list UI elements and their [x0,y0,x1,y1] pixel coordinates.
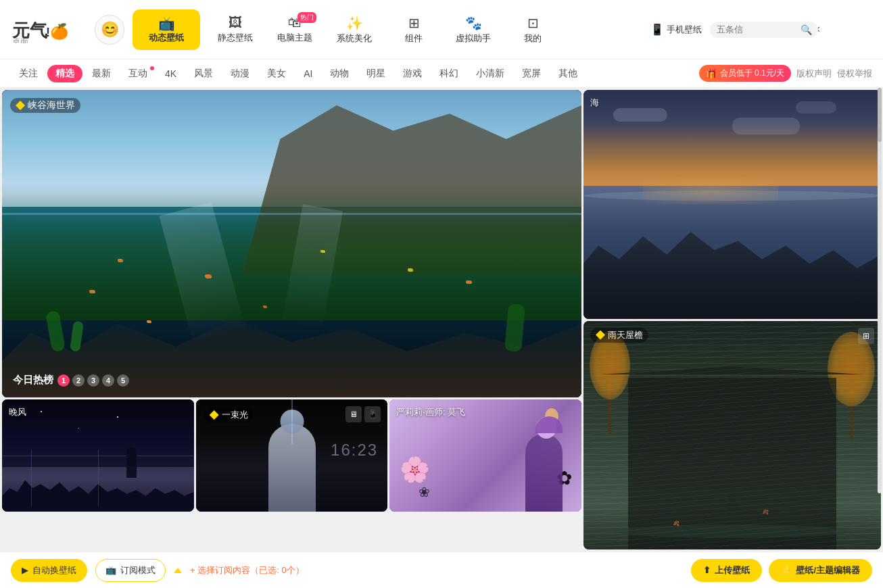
mine-icon: ⊡ [527,15,539,31]
rank-dot-1[interactable]: 1 [57,374,70,387]
subnav-follow[interactable]: 关注 [11,65,46,82]
card-label-evening: 晚风 [9,406,26,418]
svg-text:桌面: 桌面 [12,37,28,43]
play-icon: ▶ [22,565,28,575]
subscribe-mode-btn[interactable]: 📺 订阅模式 [95,559,166,582]
logo: 元气 ! 🍊 桌面 [11,16,85,43]
nav-mine[interactable]: ⊡ 我的 [506,9,560,50]
subnav-scifi[interactable]: 科幻 [431,65,467,82]
subnav-beauty[interactable]: 美女 [259,65,294,82]
phone-icon: 📱 [650,23,664,36]
copyright-link[interactable]: 版权声明 [796,68,832,80]
card-label-sea: 海 [590,97,599,109]
card-evening-wind[interactable]: 晚风 [2,399,194,512]
nav-widget[interactable]: ⊞ 组件 [387,9,441,50]
subnav-interactive[interactable]: 互动 [120,65,156,82]
select-content-label[interactable]: + 选择订阅内容（已选: 0个） [190,564,304,577]
avatar-button[interactable]: 😊 [95,15,124,45]
subnav-right: 🎁 会员低于 0.1元/天 版权声明 侵权举报 [699,65,872,82]
card-light[interactable]: 16:23 一束光 🖥 📱 [196,399,388,512]
subnav: 关注 精选 最新 互动 4K 风景 动漫 美女 AI 动物 明星 游戏 科幻 小… [0,59,883,88]
svg-text:🍊: 🍊 [50,22,69,41]
left-panel: 峡谷海世界 今日热榜 1 2 3 4 5 [2,90,581,549]
gift-icon: 🎁 [706,68,717,79]
nav-virtual-assistant[interactable]: 🐾 虚拟助手 [446,9,500,50]
vip-badge[interactable]: 🎁 会员低于 0.1元/天 [699,65,791,82]
virtual-icon: 🐾 [465,15,482,31]
nav-static-wallpaper[interactable]: 🖼 静态壁纸 [208,9,262,50]
right-panel: 海 [583,90,881,549]
dynamic-wallpaper-icon: 📺 [158,16,175,32]
diamond-icon [16,101,25,110]
main-content: 峡谷海世界 今日热榜 1 2 3 4 5 [0,88,883,552]
vip-badge-light: 一束光 [204,408,254,422]
rank-dot-3[interactable]: 3 [87,374,99,387]
bottom-bar: ▶ 自动换壁纸 📺 订阅模式 + 选择订阅内容（已选: 0个） ⬆ 上传壁纸 ⭐… [0,552,883,588]
subnav-cute[interactable]: 小清新 [468,65,512,82]
card-sea[interactable]: 海 [583,90,881,319]
scrollbar-track [878,88,882,493]
rank-dot-2[interactable]: 2 [72,374,85,387]
phone-wallpaper-btn[interactable]: 📱 手机壁纸 [650,23,702,36]
search-input[interactable] [717,24,798,34]
vip-badge-rain: 雨天屋檐 [590,328,648,343]
subnav-ai[interactable]: AI [295,66,320,82]
subscribe-icon: 📺 [105,565,116,575]
nav-pc-theme[interactable]: 热门 🛍 电脑主题 [268,9,322,50]
hot-rank: 今日热榜 1 2 3 4 5 [13,374,129,387]
editor-btn[interactable]: ⭐ 壁纸/主题编辑器 [769,559,872,582]
subnav-animals[interactable]: 动物 [322,65,357,82]
widget-icon: ⊞ [408,15,420,31]
header: 元气 ! 🍊 桌面 😊 📺 动态壁纸 🖼 静态壁纸 热门 🛍 电脑主题 ✨ 系统… [0,0,883,59]
nav-beauty[interactable]: ✨ 系统美化 [327,9,381,50]
monitor-icon: 🖥 [345,406,362,422]
card-anime-girl[interactable]: 🌸 ✿ ❀ 严莉莉·画师: 莫飞 [389,399,581,512]
hot-badge: 热门 [297,12,316,23]
subnav-games[interactable]: 游戏 [395,65,430,82]
beauty-icon: ✨ [346,15,363,31]
card-rain-pavilion[interactable]: 🍂 🍂 雨天屋檐 ⊞ [583,321,881,550]
rank-dots: 1 2 3 4 5 [57,374,129,387]
big-card-canyon[interactable]: 峡谷海世界 今日热榜 1 2 3 4 5 [2,90,581,397]
corner-icon-expand: ⊞ [858,328,874,344]
diamond-icon-rain [596,330,605,340]
corner-icons-rain: ⊞ [858,328,874,344]
subnav-stars[interactable]: 明星 [358,65,393,82]
auto-change-btn[interactable]: ▶ 自动换壁纸 [11,559,87,582]
report-link[interactable]: 侵权举报 [837,68,872,80]
subnav-latest[interactable]: 最新 [84,65,119,82]
star-icon: ⭐ [781,565,792,575]
vip-badge-big-card: 峡谷海世界 [10,98,80,113]
upload-icon: ⬆ [703,565,711,575]
upload-btn[interactable]: ⬆ 上传壁纸 [691,559,762,582]
subnav-other[interactable]: 其他 [550,65,586,82]
subnav-featured[interactable]: 精选 [47,65,82,82]
subnav-anime[interactable]: 动漫 [222,65,258,82]
corner-icons-light: 🖥 📱 [345,406,381,422]
scrollbar-thumb[interactable] [878,88,882,142]
diamond-icon-light [210,410,219,420]
rank-dot-5[interactable]: 5 [117,374,129,387]
bottom-right-btns: ⬆ 上传壁纸 ⭐ 壁纸/主题编辑器 [691,559,872,582]
subnav-wide[interactable]: 宽屏 [514,65,549,82]
nav-dynamic-wallpaper[interactable]: 📺 动态壁纸 [133,9,200,50]
subnav-4k[interactable]: 4K [157,66,185,82]
rank-dot-4[interactable]: 4 [102,374,114,387]
card-label-anime: 严莉莉·画师: 莫飞 [396,406,465,418]
search-box: 🔍 [710,22,818,38]
small-cards-row: 晚风 16:23 一束光 [2,399,581,512]
search-icon[interactable]: 🔍 [801,24,812,35]
phone-small-icon: 📱 [364,406,381,422]
subnav-scenery[interactable]: 风景 [186,65,221,82]
subscribe-arrow[interactable] [174,568,182,573]
static-wallpaper-icon: 🖼 [229,15,242,30]
